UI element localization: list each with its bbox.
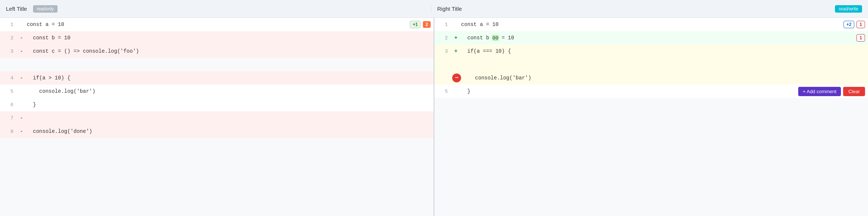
line-number: 5: [434, 89, 452, 94]
line-content: console.log('bar'): [25, 85, 434, 97]
line-content: [25, 62, 434, 68]
clear-button[interactable]: Clear: [843, 87, 865, 96]
right-line-3: 3 + if(a === 10) {: [434, 45, 868, 58]
line-content: const b = 10: [25, 32, 434, 44]
left-line-3: 3 - const c = () => console.log('foo'): [0, 45, 434, 58]
left-line-8: 8 - console.log('done'): [0, 125, 434, 138]
added-badge-outline: +2: [843, 21, 855, 28]
right-header: Right Title read/write: [431, 5, 862, 13]
line-content: const b oo = 10: [460, 32, 856, 44]
right-line-2: 2 + const b oo = 10 1: [434, 31, 868, 45]
line-number: 5: [0, 89, 18, 94]
right-line-1: 1 const a = 10 +2 1: [434, 18, 868, 31]
line-prefix: -: [18, 48, 25, 54]
circle-minus-button[interactable]: −: [452, 73, 461, 82]
line-number: 8: [0, 129, 18, 134]
right-line-5: 5 } + Add comment Clear: [434, 85, 868, 98]
header-bar: Left Title readonly Right Title read/wri…: [0, 0, 868, 18]
line-number: 7: [0, 115, 18, 121]
line-actions: + Add comment Clear: [798, 87, 868, 96]
line-content: console.log('done'): [25, 125, 434, 137]
left-line-empty: [0, 58, 434, 71]
line-number: 1: [0, 22, 18, 27]
line-content: [25, 115, 434, 121]
readwrite-badge: read/write: [835, 5, 862, 13]
line-content: }: [460, 85, 798, 97]
line-number: 2: [434, 35, 452, 41]
left-header: Left Title readonly: [6, 5, 431, 13]
count-badge: 2: [423, 21, 431, 28]
line-content: console.log('bar'): [461, 72, 868, 84]
removed-badge-outline: 1: [856, 21, 865, 28]
line-content: const a = 10: [460, 19, 843, 30]
line-prefix: -: [18, 128, 25, 134]
line-content: if(a === 10) {: [460, 45, 868, 57]
line-prefix: +: [452, 35, 460, 41]
line-actions: +2 1: [843, 21, 868, 28]
line-prefix: -: [18, 115, 25, 121]
line-content: }: [25, 99, 434, 111]
line-prefix: -: [18, 75, 25, 81]
line-actions: +1 2: [410, 21, 434, 28]
right-line-circle: − console.log('bar'): [434, 71, 868, 85]
left-line-6: 6 }: [0, 98, 434, 111]
line-content: [460, 62, 868, 68]
left-line-4: 4 - if(a > 10) {: [0, 71, 434, 85]
line-number: 3: [434, 49, 452, 54]
readonly-badge: readonly: [33, 5, 58, 13]
left-line-2: 2 - const b = 10: [0, 31, 434, 45]
left-title: Left Title: [6, 6, 27, 12]
line-content: const c = () => console.log('foo'): [25, 45, 434, 57]
line-number: 4: [0, 75, 18, 81]
left-line-1: 1 const a = 10 +1 2: [0, 18, 434, 31]
line-prefix: -: [18, 35, 25, 41]
right-title: Right Title: [437, 6, 462, 12]
line-content: if(a > 10) {: [25, 72, 434, 84]
line-number: 3: [0, 49, 18, 54]
left-line-5: 5 console.log('bar'): [0, 85, 434, 98]
inline-highlight: oo: [492, 35, 499, 41]
line-actions: 1: [856, 34, 868, 42]
line-content: const a = 10: [25, 19, 410, 30]
right-line-empty: [434, 58, 868, 71]
left-line-7: 7 -: [0, 111, 434, 125]
line-prefix: +: [452, 48, 460, 54]
diff-container: 1 const a = 10 +1 2 2 - const b = 10 3 -…: [0, 18, 868, 216]
line-number: 6: [0, 102, 18, 108]
line-number: 2: [0, 35, 18, 41]
added-badge: +1: [410, 21, 421, 28]
line-number: 1: [434, 22, 452, 27]
left-pane: 1 const a = 10 +1 2 2 - const b = 10 3 -…: [0, 18, 434, 216]
removed-badge-outline: 1: [856, 34, 865, 42]
add-comment-button[interactable]: + Add comment: [798, 87, 841, 96]
right-pane: 1 const a = 10 +2 1 2 + const b oo = 10 …: [434, 18, 868, 216]
